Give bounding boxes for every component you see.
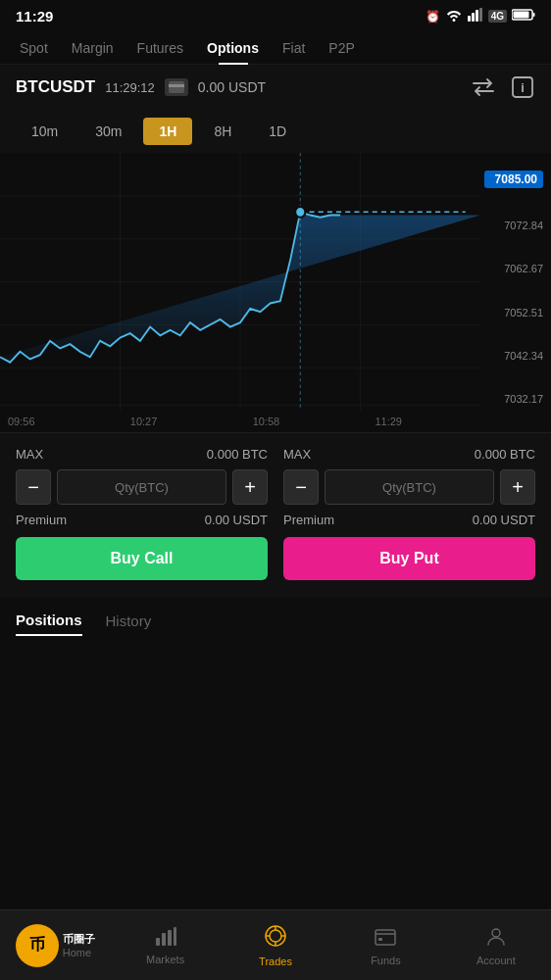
price-1: 7072.84 xyxy=(484,220,543,231)
call-premium-label: Premium xyxy=(16,513,67,527)
ticker-bar: BTCUSDT 11:29:12 0.00 USDT i xyxy=(0,65,551,110)
nav-home-label: Home xyxy=(63,947,91,958)
tab-positions[interactable]: Positions xyxy=(16,612,82,636)
ticker-action-icons: i xyxy=(471,74,535,100)
info-icon[interactable]: i xyxy=(510,74,535,100)
wifi-icon xyxy=(445,8,463,24)
x-label-0: 09:56 xyxy=(8,416,35,427)
status-bar: 11:29 ⏰ 4G xyxy=(0,0,551,28)
trading-row: MAX 0.000 BTC − + Premium 0.00 USDT Buy … xyxy=(16,447,535,580)
battery-icon xyxy=(512,9,535,24)
price-2: 7062.67 xyxy=(484,263,543,274)
svg-rect-8 xyxy=(169,84,184,87)
svg-point-31 xyxy=(492,929,500,937)
svg-point-28 xyxy=(270,930,281,942)
positions-tabs: Positions History xyxy=(16,612,535,636)
nav-trades-label: Trades xyxy=(259,956,292,967)
nav-funds[interactable]: Funds xyxy=(330,910,440,980)
call-premium-value: 0.00 USDT xyxy=(205,513,268,527)
bottom-nav: 币 币圈子 Home Markets Trades xyxy=(0,909,551,980)
call-qty-plus[interactable]: + xyxy=(232,469,268,505)
current-price-label: 7085.00 xyxy=(484,171,543,188)
tf-1h[interactable]: 1H xyxy=(143,118,192,145)
lte-icon: 4G xyxy=(488,10,507,23)
tf-8h[interactable]: 8H xyxy=(198,118,247,145)
status-icons: ⏰ 4G xyxy=(426,8,535,24)
price-chart xyxy=(0,153,480,432)
ticker-balance: 0.00 USDT xyxy=(198,79,461,95)
tf-1d[interactable]: 1D xyxy=(253,118,302,145)
svg-text:i: i xyxy=(521,80,525,95)
put-premium-value: 0.00 USDT xyxy=(473,513,535,527)
tab-fiat[interactable]: Fiat xyxy=(271,32,317,64)
svg-rect-6 xyxy=(533,13,535,17)
tab-margin[interactable]: Margin xyxy=(60,32,125,64)
logo-icon: 币 xyxy=(16,924,59,967)
svg-rect-24 xyxy=(162,933,166,946)
tab-history[interactable]: History xyxy=(106,612,152,635)
x-label-3: 11:29 xyxy=(375,416,402,427)
call-qty-minus[interactable]: − xyxy=(16,469,51,505)
tf-30m[interactable]: 30m xyxy=(79,118,137,145)
alarm-icon: ⏰ xyxy=(426,10,440,24)
chart-x-axis: 09:56 10:27 10:58 11:29 xyxy=(0,411,410,432)
nav-markets-label: Markets xyxy=(146,954,184,965)
svg-rect-1 xyxy=(472,13,475,22)
put-qty-plus[interactable]: + xyxy=(500,469,535,505)
x-label-2: 10:58 xyxy=(253,416,280,427)
ticker-symbol: BTCUSDT xyxy=(16,77,95,97)
call-qty-input[interactable] xyxy=(57,469,226,505)
signal-icon xyxy=(468,8,483,24)
markets-icon xyxy=(155,926,176,951)
buy-call-button[interactable]: Buy Call xyxy=(16,537,268,580)
tab-spot[interactable]: Spot xyxy=(8,32,60,64)
put-qty-minus[interactable]: − xyxy=(283,469,319,505)
call-max-row: MAX 0.000 BTC xyxy=(16,447,268,462)
trades-icon xyxy=(264,924,287,953)
svg-rect-29 xyxy=(376,930,395,945)
put-premium-label: Premium xyxy=(283,513,334,527)
call-max-label: MAX xyxy=(16,447,43,462)
nav-home[interactable]: 币 币圈子 Home xyxy=(0,910,110,980)
put-qty-input[interactable] xyxy=(325,469,494,505)
put-max-row: MAX 0.000 BTC xyxy=(283,447,535,462)
trading-section: MAX 0.000 BTC − + Premium 0.00 USDT Buy … xyxy=(0,432,551,598)
tab-options[interactable]: Options xyxy=(195,32,271,64)
put-qty-row: − + xyxy=(283,469,535,505)
tab-futures[interactable]: Futures xyxy=(125,32,195,64)
logo-text-cn: 币圈子 xyxy=(63,932,95,947)
svg-rect-23 xyxy=(156,938,160,946)
svg-rect-5 xyxy=(514,12,529,19)
tf-10m[interactable]: 10m xyxy=(16,118,74,145)
svg-rect-25 xyxy=(168,930,172,946)
nav-tabs: Spot Margin Futures Options Fiat P2P xyxy=(0,28,551,65)
put-premium-row: Premium 0.00 USDT xyxy=(283,513,535,527)
price-4: 7042.34 xyxy=(484,350,543,362)
x-label-1: 10:27 xyxy=(130,416,158,427)
status-time: 11:29 xyxy=(16,8,53,24)
svg-rect-2 xyxy=(476,10,478,22)
svg-rect-3 xyxy=(479,8,482,22)
nav-trades[interactable]: Trades xyxy=(221,910,330,980)
call-max-value: 0.000 BTC xyxy=(207,447,268,462)
chart-y-axis: 7085.00 7072.84 7062.67 7052.51 7042.34 … xyxy=(480,153,551,432)
nav-funds-label: Funds xyxy=(371,955,401,966)
buy-put-button[interactable]: Buy Put xyxy=(283,537,535,580)
call-qty-row: − + xyxy=(16,469,268,505)
nav-account-label: Account xyxy=(476,955,516,966)
call-premium-row: Premium 0.00 USDT xyxy=(16,513,268,527)
tab-p2p[interactable]: P2P xyxy=(317,32,366,64)
nav-account[interactable]: Account xyxy=(441,910,551,980)
price-5: 7032.17 xyxy=(484,393,543,405)
account-icon xyxy=(485,925,507,952)
swap-icon[interactable] xyxy=(471,74,496,100)
chart-main[interactable]: 09:56 10:27 10:58 11:29 xyxy=(0,153,480,432)
svg-rect-26 xyxy=(174,927,176,946)
price-3: 7052.51 xyxy=(484,307,543,318)
svg-rect-0 xyxy=(468,16,471,22)
positions-section: Positions History xyxy=(0,598,551,636)
buy-put-col: MAX 0.000 BTC − + Premium 0.00 USDT Buy … xyxy=(283,447,535,580)
nav-markets[interactable]: Markets xyxy=(110,910,220,980)
put-max-value: 0.000 BTC xyxy=(475,447,535,462)
chart-container: 09:56 10:27 10:58 11:29 7085.00 7072.84 … xyxy=(0,153,551,432)
